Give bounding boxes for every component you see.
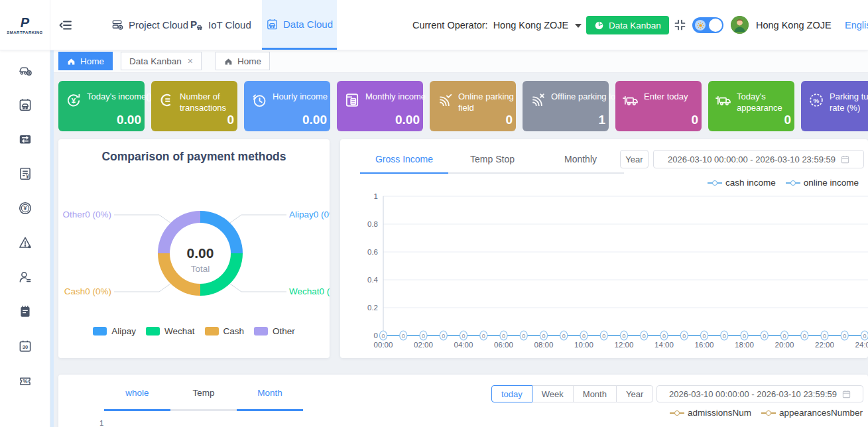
svg-text:10:00: 10:00 [574,341,593,349]
legend-line-marker [708,180,722,186]
svg-text:%: % [23,379,28,385]
logo-text: SMARTPARKING [7,30,43,34]
y-axis-tick: 1 [99,419,103,427]
sidebar-item-card-swap[interactable] [17,131,33,147]
stat-card-online-parking: Online parkingfield 0 [430,81,516,131]
stat-card-value: 0 [691,113,698,127]
nav-project-cloud[interactable]: Project Cloud [111,0,188,50]
operator-dropdown[interactable]: Current Operator: Hong Kong ZOJE [412,0,582,50]
traffic-legend: admissionsNum appearancesNumber [670,408,863,418]
svg-text:0: 0 [622,333,625,339]
svg-text:%: % [814,97,820,104]
sidebar-item-notepad[interactable] [17,304,33,320]
svg-text:08:00: 08:00 [534,341,554,349]
svg-text:18:00: 18:00 [735,341,754,349]
legend-item-online-income[interactable]: online income [786,178,859,188]
tab-month[interactable]: Month [237,384,303,402]
svg-text:0: 0 [374,332,378,339]
sidebar-item-coupon[interactable]: % [17,373,33,389]
tab-gross-income[interactable]: Gross Income [360,150,448,168]
year-range-button[interactable]: Year [620,150,649,168]
sidebar-item-warning[interactable] [17,235,33,251]
sidebar-item-car-gear[interactable] [17,62,33,78]
legend-swatch [93,327,107,336]
svg-text:0: 0 [381,333,385,339]
stat-card-todays-appearance: Today'sappearance 0 [708,81,794,131]
legend-item-cash-income[interactable]: cash income [708,178,776,188]
svg-text:¥: ¥ [24,205,27,212]
legend-item-admissions[interactable]: admissionsNum [670,408,751,418]
percent-badge-icon: % [807,91,826,109]
legend-label: Alipay [111,326,136,336]
tab-underline-active [360,172,448,174]
legend-item-wechat[interactable]: Wechat [146,326,195,336]
stat-card-value: 0 [784,113,791,127]
traffic-date-range-picker[interactable]: 2026-03-10 00:00:00 - 2026-03-10 23:59:5… [656,385,863,402]
date-range-value: 2026-03-10 00:00:00 - 2026-03-10 23:59:5… [669,389,837,399]
legend-item-appearances[interactable]: appearancesNumber [761,408,863,418]
sidebar-item-calendar-30[interactable]: 30 [17,338,33,354]
svg-text:0: 0 [843,333,846,339]
sidebar-item-invoice-yen[interactable]: ¥ [17,166,33,182]
callout-wechat: Wechat0 (0%) [289,286,330,296]
svg-text:0: 0 [823,333,826,339]
svg-text:0: 0 [743,333,746,339]
legend-item-other[interactable]: Other [254,326,295,336]
today-button[interactable]: today [491,385,532,402]
sidebar-item-clipboard-car[interactable] [17,97,33,113]
legend-item-alipay[interactable]: Alipay [93,326,136,336]
calendar-icon [842,390,851,398]
svg-text:0: 0 [442,333,445,339]
tab-monthly[interactable]: Monthly [536,150,625,168]
income-legend: cash income online income [708,178,859,188]
nav-iot-cloud[interactable]: P IoT Cloud [190,0,251,50]
svg-text:00:00: 00:00 [374,341,393,349]
svg-text:0: 0 [502,333,505,339]
user-avatar[interactable] [731,16,749,34]
operator-value: Hong Kong ZOJE [493,20,569,30]
sidebar-item-user[interactable] [17,269,33,285]
tab-underline-month [237,409,303,411]
callout-other: Other0 (0%) [62,210,111,219]
language-link[interactable]: English [845,0,868,50]
svg-text:0: 0 [763,333,766,339]
legend-label: Wechat [164,326,195,336]
legend-swatch [205,327,219,336]
close-icon[interactable]: × [188,56,193,66]
income-tabs: Gross Income Temp Stop Monthly [360,150,625,168]
tab-home[interactable]: Home [216,52,270,70]
month-button[interactable]: Month [573,385,617,402]
data-kanban-button[interactable]: Data Kanban [586,16,669,34]
svg-text:0: 0 [702,333,706,339]
tab-temp-stop[interactable]: Temp Stop [448,150,536,168]
legend-swatch [254,327,268,336]
tab-data-kanban[interactable]: Data Kanban × [121,52,202,70]
legend-item-cash[interactable]: Cash [205,326,245,336]
transactions-icon [157,91,176,109]
data-cloud-icon [266,18,279,30]
nav-data-cloud[interactable]: Data Cloud [262,0,337,50]
username[interactable]: Hong Kong ZOJE [756,0,832,50]
scrollbar-track[interactable] [50,50,54,427]
callout-line [230,215,286,223]
svg-text:24:00: 24:00 [855,341,868,349]
sidebar-item-coin-yen[interactable]: ¥ [17,200,33,216]
fullscreen-icon[interactable] [674,19,687,32]
svg-text:0: 0 [562,333,566,339]
svg-text:0: 0 [662,333,666,339]
stat-card-label: Number oftransactions [180,91,226,113]
income-date-range-picker[interactable]: 2026-03-10 00:00:00 - 2026-03-10 23:59:5… [653,150,864,168]
calendar-icon [841,155,849,164]
stat-card-hourly-income: Hourly income 0.00 [244,81,330,131]
tab-temp[interactable]: Temp [170,384,237,402]
tab-home-active[interactable]: Home [58,52,113,70]
legend-label: admissionsNum [688,408,751,418]
calendar-doc-icon [343,91,361,109]
tab-whole[interactable]: whole [104,384,170,402]
sidebar-fold-icon[interactable] [58,18,73,32]
week-button[interactable]: Week [532,385,574,402]
svg-text:0: 0 [723,333,726,339]
theme-toggle[interactable] [692,17,723,33]
year-button[interactable]: Year [616,385,653,402]
tab-underline-whole [104,409,170,411]
